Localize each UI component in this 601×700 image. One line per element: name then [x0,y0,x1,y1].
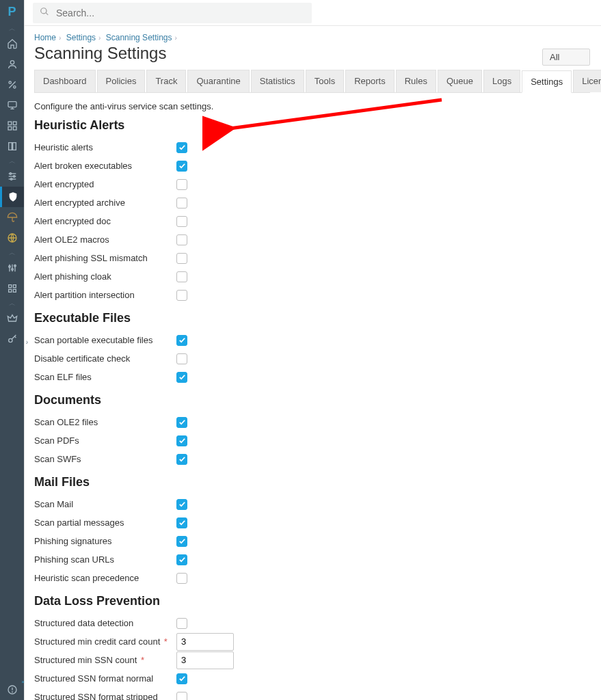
svg-rect-25 [13,285,16,288]
tab-logs[interactable]: Logs [483,70,520,92]
tab-license[interactable]: License [573,70,601,92]
checkbox-phishing-scan-urls[interactable] [176,554,187,565]
svg-rect-8 [13,122,16,125]
rail-percent[interactable] [0,75,24,95]
description: Configure the anti-virus service scan se… [34,101,590,111]
label-scan-pdfs: Scan PDFs [34,435,176,446]
checkbox-alert-phishing-cloak[interactable] [176,271,187,282]
row-alert-broken-executables: Alert broken executables [34,157,590,175]
label-scan-portable-executable-files: Scan portable executable files [34,335,176,345]
rail-collapse-icon-3[interactable]: ︿ [0,248,24,258]
row-structured-data-detection: Structured data detection [34,614,590,632]
rail-home[interactable] [0,33,24,54]
content: Home› Settings› Scanning Settings› Scann… [25,26,601,700]
tab-track[interactable]: Track [146,70,186,92]
tab-reports[interactable]: Reports [345,70,395,92]
checkbox-scan-elf-files[interactable] [176,372,187,383]
main: Home› Settings› Scanning Settings› Scann… [24,0,601,700]
checkbox-alert-partition-intersection[interactable] [176,290,187,301]
row-alert-encrypted-doc: Alert encrypted doc [34,212,590,230]
rail-collapse-icon-4[interactable]: ︿ [0,299,24,308]
checkbox-structured-data-detection[interactable] [176,618,187,629]
row-phishing-scan-urls: Phishing scan URLs [34,550,590,569]
breadcrumb-home[interactable]: Home [34,33,56,42]
scope-select[interactable]: All [542,49,590,66]
row-scan-mail: Scan Mail [34,495,590,513]
tab-queue[interactable]: Queue [438,70,482,92]
tab-statistics[interactable]: Statistics [251,70,304,92]
row-structured-min-credit-card-count: Structured min credit card count * [34,632,590,651]
rail-key[interactable] [0,329,24,349]
tab-settings[interactable]: Settings [522,70,572,93]
nav-rail: P ︿ ︿ ︿ ︿ › × [0,0,24,700]
rail-collapse-icon-2[interactable]: ︿ [0,157,24,166]
checkbox-heuristic-scan-precedence[interactable] [176,573,187,584]
svg-rect-7 [8,122,12,125]
rail-umbrella[interactable] [0,207,24,228]
rail-user[interactable] [0,54,24,75]
rail-monitor[interactable] [0,95,24,116]
checkbox-scan-swfs[interactable] [176,454,187,465]
svg-rect-26 [8,289,11,292]
checkbox-structured-ssn-format-normal[interactable] [176,673,187,684]
checkbox-phishing-signatures[interactable] [176,536,187,547]
breadcrumb-scanning[interactable]: Scanning Settings [106,33,172,42]
checkbox-alert-phishing-ssl-mismatch[interactable] [176,253,187,264]
label-alert-phishing-ssl-mismatch: Alert phishing SSL mismatch [34,253,176,263]
label-alert-ole2-macros: Alert OLE2 macros [34,234,176,245]
rail-globe[interactable] [0,228,24,248]
input-structured-min-ssn-count[interactable] [176,651,234,669]
row-scan-swfs: Scan SWFs [34,450,590,468]
rail-equalizer[interactable] [0,258,24,278]
checkbox-alert-encrypted-archive[interactable] [176,198,187,208]
label-alert-encrypted: Alert encrypted [34,179,176,189]
tab-tools[interactable]: Tools [306,70,344,92]
tab-policies[interactable]: Policies [97,70,146,92]
row-phishing-signatures: Phishing signatures [34,532,590,550]
checkbox-heuristic-alerts[interactable] [176,142,187,153]
row-alert-encrypted: Alert encrypted [34,175,590,193]
tabs: DashboardPoliciesTrackQuarantineStatisti… [34,70,590,93]
svg-point-2 [9,81,11,83]
label-disable-certificate-check: Disable certificate check [34,353,176,364]
checkbox-disable-certificate-check[interactable] [176,353,187,364]
search-box[interactable] [33,3,312,23]
checkbox-scan-pdfs[interactable] [176,435,187,446]
rail-sliders[interactable] [0,166,24,187]
label-scan-mail: Scan Mail [34,499,176,509]
tab-dashboard[interactable]: Dashboard [34,70,96,92]
row-disable-certificate-check: Disable certificate check [34,349,590,368]
rail-shield[interactable] [0,187,24,207]
rail-collapse-icon[interactable]: ︿ [0,24,24,33]
svg-rect-10 [13,126,16,130]
section-dlp: Data Loss Prevention [34,594,590,608]
rail-grid[interactable] [0,116,24,136]
checkbox-scan-partial-messages[interactable] [176,517,187,528]
checkbox-scan-ole2-files[interactable] [176,417,187,428]
checkbox-alert-broken-executables[interactable] [176,161,187,172]
label-scan-swfs: Scan SWFs [34,454,176,464]
checkbox-alert-ole2-macros[interactable] [176,234,187,245]
label-heuristic-scan-precedence: Heuristic scan precedence [34,573,176,583]
tab-quarantine[interactable]: Quarantine [187,70,249,92]
checkbox-scan-portable-executable-files[interactable] [176,335,187,346]
search-input[interactable] [55,7,305,19]
rail-help[interactable]: × [0,679,24,700]
svg-rect-4 [8,102,16,107]
checkbox-alert-encrypted[interactable] [176,179,187,190]
rail-apps[interactable] [0,278,24,299]
rail-book[interactable] [0,136,24,157]
rail-crown[interactable] [0,308,24,329]
topbar [25,0,601,26]
breadcrumb: Home› Settings› Scanning Settings› [34,33,590,42]
tab-rules[interactable]: Rules [396,70,436,92]
checkbox-structured-ssn-format-stripped[interactable] [176,692,187,701]
row-alert-phishing-ssl-mismatch: Alert phishing SSL mismatch [34,249,590,267]
search-icon [40,7,55,18]
input-structured-min-credit-card-count[interactable] [176,633,234,651]
section-heuristic: Heuristic Alerts [34,118,590,133]
checkbox-alert-encrypted-doc[interactable] [176,216,187,227]
checkbox-scan-mail[interactable] [176,499,187,510]
breadcrumb-settings[interactable]: Settings [66,33,96,42]
row-structured-min-ssn-count: Structured min SSN count * [34,651,590,669]
